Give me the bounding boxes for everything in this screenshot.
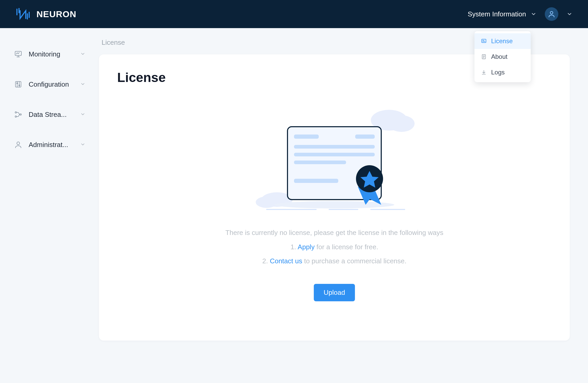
sidebar-item-label: Data Strea... — [29, 111, 74, 119]
dropdown-item-label: Logs — [491, 69, 505, 76]
app-header: NEURON System Information License — [0, 0, 588, 28]
dropdown-item-label: License — [491, 37, 513, 45]
sidebar-item-label: Administrat... — [29, 141, 74, 149]
svg-rect-38 — [294, 153, 375, 156]
download-icon — [481, 69, 487, 75]
svg-rect-5 — [482, 39, 486, 43]
brand-name: NEURON — [36, 9, 76, 19]
svg-rect-36 — [355, 135, 375, 139]
dropdown-item-license[interactable]: License — [474, 33, 531, 49]
svg-point-25 — [17, 142, 20, 145]
sidebar-item-label: Configuration — [29, 80, 74, 88]
system-information-menu[interactable]: System Information — [468, 10, 536, 18]
system-information-label: System Information — [468, 10, 526, 18]
apply-link[interactable]: Apply — [298, 243, 315, 251]
user-icon — [14, 141, 23, 149]
brand: NEURON — [16, 8, 76, 20]
chevron-down-icon — [80, 80, 85, 88]
about-icon — [481, 54, 487, 60]
system-information-dropdown: License About Logs — [474, 31, 531, 82]
empty-line-1: 1. Apply for a license for free. — [117, 240, 552, 254]
svg-rect-37 — [294, 145, 375, 149]
svg-rect-39 — [294, 161, 346, 164]
dropdown-item-label: About — [491, 53, 508, 60]
contact-us-link[interactable]: Contact us — [270, 257, 302, 265]
sidebar-item-label: Monitoring — [29, 50, 74, 58]
chevron-down-icon — [80, 111, 85, 119]
sidebar-item-monitoring[interactable]: Monitoring — [10, 44, 89, 65]
sidebar: Monitoring Configuration Data Strea... — [0, 28, 99, 383]
empty-headline: There is currently no license, please ge… — [117, 226, 552, 240]
chevron-down-icon — [531, 11, 536, 17]
user-menu-chevron-down-icon[interactable] — [567, 11, 572, 17]
license-icon — [481, 38, 487, 44]
chevron-down-icon — [80, 141, 85, 149]
monitor-icon — [14, 50, 23, 58]
svg-rect-35 — [294, 135, 319, 139]
license-illustration — [117, 101, 552, 210]
brand-logo-icon — [16, 8, 30, 20]
upload-button[interactable]: Upload — [314, 284, 355, 301]
svg-point-4 — [550, 11, 553, 14]
sidebar-item-data-stream[interactable]: Data Strea... — [10, 104, 89, 125]
empty-line-2: 2. Contact us to purchase a commercial l… — [117, 254, 552, 268]
svg-rect-17 — [15, 81, 21, 87]
sliders-icon — [14, 80, 23, 88]
user-avatar[interactable] — [545, 7, 558, 21]
chevron-down-icon — [80, 50, 85, 58]
sidebar-item-configuration[interactable]: Configuration — [10, 74, 89, 95]
svg-rect-40 — [294, 179, 338, 183]
header-right: System Information License — [468, 7, 572, 21]
dropdown-item-about[interactable]: About — [474, 49, 531, 65]
svg-point-29 — [256, 196, 278, 208]
sidebar-item-administration[interactable]: Administrat... — [10, 134, 89, 155]
dropdown-item-logs[interactable]: Logs — [474, 65, 531, 80]
license-card: License — [99, 54, 570, 341]
svg-point-27 — [389, 115, 415, 132]
flow-icon — [14, 110, 23, 119]
empty-state-text: There is currently no license, please ge… — [117, 226, 552, 268]
